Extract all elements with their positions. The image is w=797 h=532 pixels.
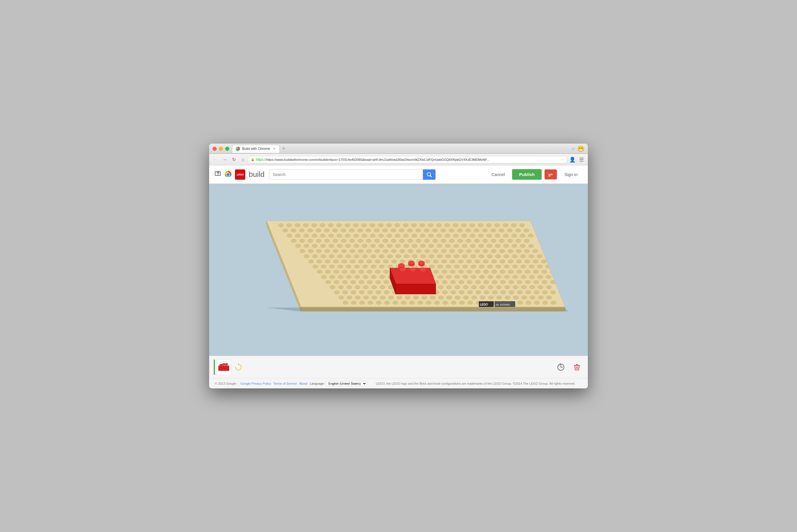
- sign-in-button[interactable]: Sign in: [560, 169, 582, 180]
- svg-point-297: [484, 270, 489, 273]
- svg-point-101: [520, 234, 525, 238]
- close-button[interactable]: [213, 147, 217, 151]
- google-plus-button[interactable]: g+: [545, 169, 557, 179]
- main-canvas[interactable]: LEGO No. 8325950: [209, 184, 588, 356]
- svg-point-486: [400, 268, 406, 271]
- svg-point-186: [508, 249, 513, 253]
- svg-point-233: [425, 260, 430, 263]
- svg-point-304: [542, 270, 547, 273]
- tab-favicon: [236, 147, 240, 151]
- svg-point-376: [438, 285, 443, 289]
- cancel-button[interactable]: Cancel: [487, 170, 509, 179]
- svg-point-424: [397, 296, 402, 299]
- svg-point-369: [380, 285, 385, 289]
- svg-point-126: [483, 239, 488, 243]
- svg-point-213: [495, 254, 501, 258]
- svg-point-190: [304, 254, 309, 258]
- forward-button[interactable]: →: [221, 156, 229, 164]
- svg-point-106: [316, 239, 321, 243]
- svg-point-366: [355, 285, 360, 289]
- svg-point-269: [487, 265, 493, 268]
- rotate-button[interactable]: [233, 361, 244, 373]
- svg-point-32: [436, 224, 441, 227]
- minimize-button[interactable]: [219, 147, 223, 151]
- svg-point-277: [317, 270, 322, 273]
- svg-point-80: [345, 234, 350, 238]
- language-selector[interactable]: Language: English (United States): [310, 381, 367, 386]
- terms-link[interactable]: Terms of Service: [273, 382, 297, 385]
- svg-point-256: [379, 265, 384, 268]
- svg-point-270: [496, 265, 501, 268]
- brick-thumbnail[interactable]: [216, 359, 232, 375]
- svg-point-155: [487, 244, 492, 248]
- address-bar[interactable]: 🔒 https://https://www.buildwithchrome.co…: [248, 156, 567, 164]
- svg-point-217: [529, 254, 534, 258]
- share-button[interactable]: [215, 171, 221, 178]
- active-tab[interactable]: Build with Chrome ✕: [232, 145, 280, 153]
- svg-point-184: [491, 249, 496, 253]
- svg-point-407: [476, 291, 481, 294]
- svg-point-99: [503, 234, 508, 238]
- svg-point-163: [316, 249, 322, 253]
- search-input[interactable]: [269, 169, 423, 180]
- svg-point-69: [499, 229, 504, 232]
- history-button[interactable]: [555, 361, 567, 374]
- svg-point-197: [362, 254, 367, 258]
- language-dropdown[interactable]: English (United States): [326, 381, 367, 386]
- svg-point-361: [542, 280, 547, 284]
- search-button[interactable]: [423, 169, 435, 180]
- svg-point-196: [354, 254, 359, 258]
- svg-point-108: [333, 239, 338, 243]
- publish-button[interactable]: Publish: [512, 169, 541, 180]
- svg-point-493: [225, 363, 228, 365]
- refresh-button[interactable]: ↻: [230, 156, 238, 164]
- search-container: [269, 169, 435, 180]
- svg-point-205: [429, 254, 434, 258]
- svg-point-227: [375, 260, 380, 263]
- svg-point-383: [496, 285, 502, 289]
- svg-point-337: [342, 280, 347, 284]
- tab-close-button[interactable]: ✕: [272, 147, 276, 151]
- language-label: Language:: [310, 382, 325, 385]
- chrome-menu-button[interactable]: ☰: [578, 156, 585, 164]
- maximize-button[interactable]: [225, 147, 229, 151]
- svg-point-229: [392, 260, 397, 263]
- svg-point-465: [526, 301, 531, 304]
- svg-point-471: [398, 263, 404, 267]
- svg-point-91: [437, 234, 442, 238]
- bookmark-icon[interactable]: ☆: [561, 157, 565, 162]
- svg-point-243: [508, 260, 513, 263]
- svg-point-140: [362, 244, 367, 248]
- svg-point-149: [437, 244, 442, 248]
- svg-point-169: [366, 249, 372, 253]
- svg-point-321: [446, 275, 451, 279]
- svg-point-477: [418, 261, 424, 265]
- new-tab-button[interactable]: +: [280, 146, 288, 152]
- svg-point-56: [391, 229, 396, 232]
- svg-point-53: [366, 229, 371, 232]
- svg-point-428: [430, 296, 435, 299]
- svg-point-179: [450, 249, 455, 253]
- svg-point-352: [467, 280, 472, 284]
- svg-point-134: [312, 244, 317, 248]
- delete-button[interactable]: [570, 361, 583, 374]
- svg-point-266: [463, 265, 468, 268]
- svg-point-355: [492, 280, 497, 284]
- privacy-link[interactable]: Google Privacy Policy: [240, 382, 271, 385]
- svg-point-94: [461, 234, 467, 238]
- rotate-icon: [234, 363, 242, 371]
- svg-point-128: [499, 239, 504, 243]
- history-icon: [557, 363, 565, 371]
- svg-point-200: [387, 254, 393, 258]
- svg-point-65: [466, 229, 471, 232]
- about-link[interactable]: About: [299, 382, 308, 385]
- svg-point-294: [458, 270, 464, 273]
- back-button[interactable]: ←: [212, 156, 219, 164]
- home-button[interactable]: ⌂: [239, 156, 247, 164]
- svg-point-194: [338, 254, 343, 258]
- svg-point-279: [334, 270, 339, 273]
- user-icon-button[interactable]: 👤: [568, 156, 576, 164]
- svg-point-353: [475, 280, 481, 284]
- svg-point-253: [354, 265, 360, 268]
- svg-point-103: [291, 239, 296, 243]
